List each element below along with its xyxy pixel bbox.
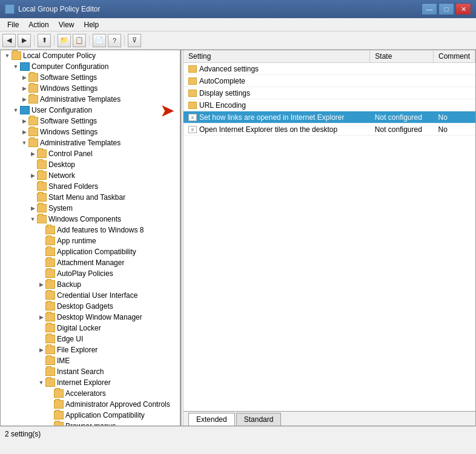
- table-row[interactable]: ≡ Open Internet Explorer tiles on the de…: [183, 123, 475, 136]
- tree-item-app-compat-1[interactable]: Application Compatibility: [1, 246, 180, 257]
- menu-view[interactable]: View: [54, 19, 79, 30]
- tree-item-admin-tmpl-c[interactable]: ▶ Administrative Templates: [1, 94, 180, 105]
- swc-expander[interactable]: ▶: [20, 74, 28, 81]
- table-row-selected[interactable]: ≡ Set how links are opened in Internet E…: [183, 111, 475, 123]
- bk-expander[interactable]: ▶: [37, 281, 45, 288]
- tree-item-add-features[interactable]: Add features to Windows 8: [1, 225, 180, 235]
- close-button[interactable]: ✕: [455, 3, 471, 15]
- tree-item-credential-ui[interactable]: Credential User Interface: [1, 290, 180, 301]
- wsc-expander[interactable]: ▶: [20, 85, 28, 91]
- ap-label: AutoPlay Policies: [57, 269, 113, 278]
- col-comment: Comment: [433, 50, 475, 63]
- tree-item-internet-explorer[interactable]: ▼ Internet Explorer: [1, 377, 180, 388]
- tree-item-digital-locker[interactable]: Digital Locker: [1, 323, 180, 334]
- af-label: Add features to Windows 8: [57, 226, 144, 234]
- tree-item-admin-tmpl-u[interactable]: ▼ Administrative Templates: [1, 137, 180, 148]
- tree-item-win-components[interactable]: ▼ Windows Components: [1, 214, 180, 225]
- nw-label: Network: [48, 171, 75, 180]
- root-expander[interactable]: ▼: [3, 53, 12, 59]
- setting-label: Display settings: [199, 89, 250, 97]
- toolbar-separator-1: [34, 35, 35, 46]
- tree-item-attachment-mgr[interactable]: Attachment Manager: [1, 257, 180, 268]
- tree-item-file-explorer[interactable]: ▶ File Explorer: [1, 344, 180, 355]
- table-row[interactable]: AutoComplete: [183, 75, 475, 87]
- app-icon: [5, 4, 15, 14]
- wsc-icon: [28, 84, 38, 93]
- tree-item-system[interactable]: ▶ System: [1, 203, 180, 214]
- tree-item-start-menu[interactable]: Start Menu and Taskbar: [1, 192, 180, 203]
- tree-item-accelerators[interactable]: Accelerators: [1, 388, 180, 399]
- ie-expander[interactable]: ▼: [37, 380, 45, 386]
- user-icon: [20, 106, 30, 114]
- tree-item-autoplay[interactable]: AutoPlay Policies: [1, 268, 180, 279]
- menu-bar: File Action View Help: [0, 18, 476, 31]
- cell-setting-div: ≡ Set how links are opened in Internet E…: [188, 113, 365, 122]
- tree-item-admin-approved[interactable]: Administrator Approved Controls: [1, 399, 180, 410]
- tree-item-browser-menus[interactable]: Browser menus: [1, 421, 180, 426]
- menu-help[interactable]: Help: [79, 19, 104, 30]
- swu-expander[interactable]: ▶: [20, 118, 28, 124]
- cc-expander[interactable]: ▼: [12, 64, 20, 70]
- minimize-button[interactable]: —: [421, 3, 437, 15]
- show-hide-tree[interactable]: 📁: [58, 34, 71, 47]
- tree-item-shared-folders[interactable]: Shared Folders: [1, 181, 180, 192]
- tree-item-desktop[interactable]: Desktop: [1, 159, 180, 170]
- forward-button[interactable]: ▶: [18, 34, 31, 47]
- nw-expander[interactable]: ▶: [28, 173, 37, 179]
- back-button[interactable]: ◀: [2, 34, 16, 47]
- tree-item-instant-search[interactable]: Instant Search: [1, 366, 180, 377]
- sys-expander[interactable]: ▶: [28, 205, 37, 211]
- table-row[interactable]: Display settings: [183, 87, 475, 99]
- sys-icon: [37, 204, 47, 212]
- filter-button[interactable]: ⊽: [128, 34, 141, 47]
- bm-icon: [54, 422, 64, 426]
- show-hide-standard[interactable]: 📋: [73, 34, 86, 47]
- right-panel: Setting State Comment Advanced settings: [183, 50, 475, 426]
- dwm-expander[interactable]: ▶: [37, 314, 45, 320]
- wsu-expander[interactable]: ▶: [20, 129, 28, 135]
- tree-item-user-config[interactable]: ▼ User Configuration: [1, 105, 180, 116]
- tab-extended[interactable]: Extended: [188, 413, 235, 426]
- atc-label: Administrative Templates: [40, 95, 121, 104]
- tree-item-sw-settings-u[interactable]: ▶ Software Settings: [1, 116, 180, 127]
- am-icon: [45, 258, 55, 267]
- setting-cell: AutoComplete: [183, 75, 370, 87]
- table-row[interactable]: URL Encoding: [183, 99, 475, 111]
- title-bar-left: Local Group Policy Editor: [5, 4, 100, 14]
- tree-item-win-settings-c[interactable]: ▶ Windows Settings: [1, 83, 180, 94]
- help-button[interactable]: ?: [108, 34, 121, 47]
- menu-action[interactable]: Action: [24, 19, 53, 30]
- tree-item-ime[interactable]: IME: [1, 355, 180, 366]
- settings-scroll-area[interactable]: Setting State Comment Advanced settings: [183, 50, 475, 411]
- maximize-button[interactable]: □: [438, 3, 454, 15]
- tree-root[interactable]: ▼ Local Computer Policy: [1, 50, 180, 61]
- tree-item-sw-settings-c[interactable]: ▶ Software Settings: [1, 72, 180, 83]
- fe-expander[interactable]: ▶: [37, 347, 45, 353]
- tree-item-edge-ui[interactable]: Edge UI: [1, 334, 180, 344]
- menu-file[interactable]: File: [2, 19, 24, 30]
- tree-item-app-compat-2[interactable]: Application Compatibility: [1, 410, 180, 421]
- properties-button[interactable]: 📄: [93, 34, 106, 47]
- tree-item-app-runtime[interactable]: App runtime: [1, 235, 180, 246]
- status-bar: 2 setting(s): [0, 426, 476, 441]
- atu-expander[interactable]: ▼: [20, 140, 28, 146]
- tab-standard[interactable]: Standard: [236, 413, 282, 426]
- setting-label: AutoComplete: [199, 77, 245, 85]
- atu-label: Administrative Templates: [40, 139, 121, 147]
- setting-label: Open Internet Explorer tiles on the desk…: [199, 125, 337, 134]
- up-button[interactable]: ⬆: [38, 34, 51, 47]
- tree-item-desktop-window-mgr[interactable]: ▶ Desktop Window Manager: [1, 312, 180, 323]
- tree-item-win-settings-u[interactable]: ▶ Windows Settings: [1, 127, 180, 137]
- tree-item-computer-config[interactable]: ▼ Computer Configuration: [1, 61, 180, 72]
- tree-item-network[interactable]: ▶ Network: [1, 170, 180, 181]
- uc-expander[interactable]: ▼: [12, 107, 20, 113]
- wc-label: Windows Components: [48, 215, 121, 223]
- wc-expander[interactable]: ▼: [28, 216, 37, 222]
- tree-item-backup[interactable]: ▶ Backup: [1, 279, 180, 290]
- atc-expander[interactable]: ▶: [20, 96, 28, 102]
- tree-item-control-panel[interactable]: ▶ Control Panel: [1, 148, 180, 159]
- table-row[interactable]: Advanced settings: [183, 63, 475, 75]
- tree-panel[interactable]: ▼ Local Computer Policy ▼ Computer Confi…: [1, 50, 181, 426]
- tree-item-desktop-gadgets[interactable]: Desktop Gadgets: [1, 301, 180, 312]
- cp-expander[interactable]: ▶: [28, 151, 37, 157]
